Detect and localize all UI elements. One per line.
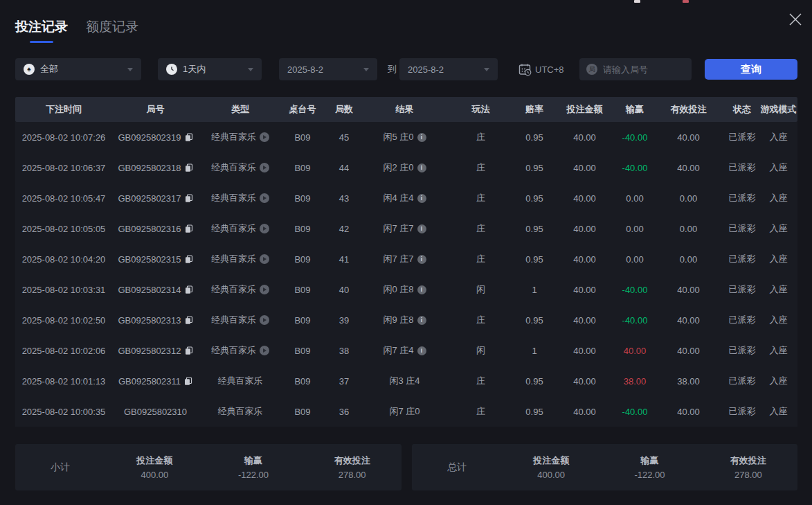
cell-status: 已派彩 [725, 283, 759, 296]
cell-text-mode: 入座 [770, 253, 788, 265]
info-icon[interactable]: i [417, 224, 426, 233]
cell-text-round_count: 36 [339, 407, 349, 417]
search-button[interactable]: 查询 [705, 59, 797, 80]
cell-text-status: 已派彩 [729, 131, 756, 143]
info-icon[interactable]: i [417, 346, 426, 355]
copy-icon[interactable] [185, 255, 193, 264]
info-icon[interactable]: i [417, 255, 426, 264]
cell-bet: 40.00 [552, 285, 617, 295]
cell-valid_bet: 40.00 [652, 346, 725, 356]
cell-play: 庄 [444, 192, 517, 204]
cell-text-win_loss: 38.00 [624, 376, 647, 387]
subtotal-win-loss: 输赢 -122.00 [204, 454, 303, 480]
cell-valid_bet: 0.00 [652, 254, 725, 265]
time-range-select[interactable]: 1天内 [158, 58, 262, 80]
cell-odds: 0.95 [517, 193, 552, 204]
info-icon[interactable]: i [417, 163, 426, 172]
video-icon[interactable] [260, 193, 269, 203]
date-to-select[interactable]: 2025-8-2 [399, 58, 498, 80]
copy-icon[interactable] [185, 224, 193, 233]
betting-records-table: 下注时间局号类型桌台号局数结果玩法赔率投注金额输赢有效投注状态游戏模式 2025… [15, 97, 797, 427]
table-row: 2025-08-02 10:02:06GB0925802312经典百家乐B093… [15, 335, 797, 366]
cell-valid_bet: 0.00 [652, 193, 725, 204]
cell-result: 闲7 庄4i [365, 344, 444, 357]
cell-text-mode: 入座 [770, 161, 788, 174]
cell-text-play: 庄 [476, 253, 485, 265]
tab-quota-records[interactable]: 额度记录 [86, 18, 138, 36]
video-icon[interactable] [260, 285, 269, 294]
column-header-time: 下注时间 [15, 103, 112, 116]
copy-icon[interactable] [185, 346, 193, 355]
game-type-select[interactable]: ♠ 全部 [15, 58, 141, 80]
cell-text-win_loss: 0.00 [626, 193, 643, 204]
cell-text-bet: 40.00 [573, 315, 596, 326]
info-icon[interactable]: i [417, 316, 426, 325]
video-icon[interactable] [260, 346, 269, 355]
column-header-win_loss: 输赢 [617, 103, 652, 116]
cell-text-win_loss: 0.00 [626, 254, 643, 265]
tab-betting-records[interactable]: 投注记录 [15, 18, 68, 43]
cell-text-status: 已派彩 [729, 344, 756, 357]
video-icon[interactable] [260, 224, 269, 233]
copy-icon[interactable] [185, 285, 193, 294]
cell-result: 闲9 庄8i [365, 314, 444, 326]
date-from-select[interactable]: 2025-8-2 [279, 58, 377, 80]
cell-text-table_no: B09 [294, 407, 310, 417]
cell-text-table_no: B09 [294, 132, 310, 143]
background-fragment [683, 0, 689, 3]
cell-text-status: 已派彩 [729, 192, 756, 204]
cell-round_count: 43 [323, 193, 365, 204]
close-icon[interactable] [786, 10, 805, 29]
cell-text-time: 2025-08-02 10:07:26 [22, 132, 106, 143]
date-from-value: 2025-8-2 [287, 64, 323, 75]
cell-text-round_count: 43 [339, 193, 349, 204]
table-row: 2025-08-02 10:01:13GB0925802311经典百家乐B093… [15, 366, 797, 396]
info-icon[interactable]: i [417, 285, 426, 294]
info-icon[interactable]: i [417, 194, 426, 203]
video-icon[interactable] [260, 254, 269, 264]
date-range-to-label: 到 [388, 58, 397, 80]
copy-icon[interactable] [185, 194, 193, 203]
video-icon[interactable] [260, 163, 269, 172]
cell-text-round_count: 42 [339, 224, 349, 234]
cell-win_loss: -40.00 [617, 163, 652, 173]
cell-text-table_no: B09 [294, 193, 310, 204]
copy-icon[interactable] [185, 316, 193, 325]
cell-text-bet: 40.00 [573, 376, 596, 387]
cell-valid_bet: 0.00 [652, 224, 725, 234]
video-icon[interactable] [260, 315, 269, 325]
cell-text-result: 闲4 庄4 [383, 192, 413, 204]
cell-round_count: 44 [323, 163, 365, 173]
cell-mode: 入座 [759, 222, 797, 235]
cell-text-round_count: 44 [339, 163, 349, 173]
cell-round: GB0925802312 [112, 346, 199, 356]
cell-odds: 0.95 [517, 315, 552, 326]
cell-play: 闲 [444, 283, 517, 296]
background-fragment [634, 0, 640, 3]
info-icon[interactable]: i [417, 133, 426, 142]
cell-round_count: 45 [323, 132, 365, 143]
cell-text-mode: 入座 [770, 131, 788, 143]
cell-bet: 40.00 [552, 315, 617, 326]
cell-type: 经典百家乐 [199, 253, 282, 265]
copy-icon[interactable] [184, 377, 192, 386]
cell-text-win_loss: -40.00 [622, 285, 648, 295]
copy-icon[interactable] [185, 133, 193, 142]
video-icon[interactable] [260, 132, 269, 142]
cell-round_count: 40 [323, 285, 365, 295]
cell-text-time: 2025-08-02 10:04:20 [22, 254, 106, 265]
cell-text-time: 2025-08-02 10:03:31 [22, 285, 106, 295]
cell-win_loss: 0.00 [617, 193, 652, 204]
table-row: 2025-08-02 10:07:26GB0925802319经典百家乐B094… [15, 122, 797, 152]
cell-text-round_count: 41 [339, 254, 349, 265]
cell-text-win_loss: -40.00 [622, 132, 648, 143]
copy-icon[interactable] [185, 163, 193, 172]
cell-win_loss: -40.00 [617, 132, 652, 143]
cell-text-round: GB0925802314 [118, 285, 181, 295]
cell-odds: 1 [517, 285, 552, 295]
cell-win_loss: -40.00 [617, 315, 652, 326]
round-number-input[interactable] [603, 64, 685, 75]
cell-text-win_loss: -40.00 [622, 407, 648, 417]
table-row: 2025-08-02 10:05:47GB0925802317经典百家乐B094… [15, 183, 797, 213]
cell-text-result: 闲7 庄7 [383, 222, 413, 235]
